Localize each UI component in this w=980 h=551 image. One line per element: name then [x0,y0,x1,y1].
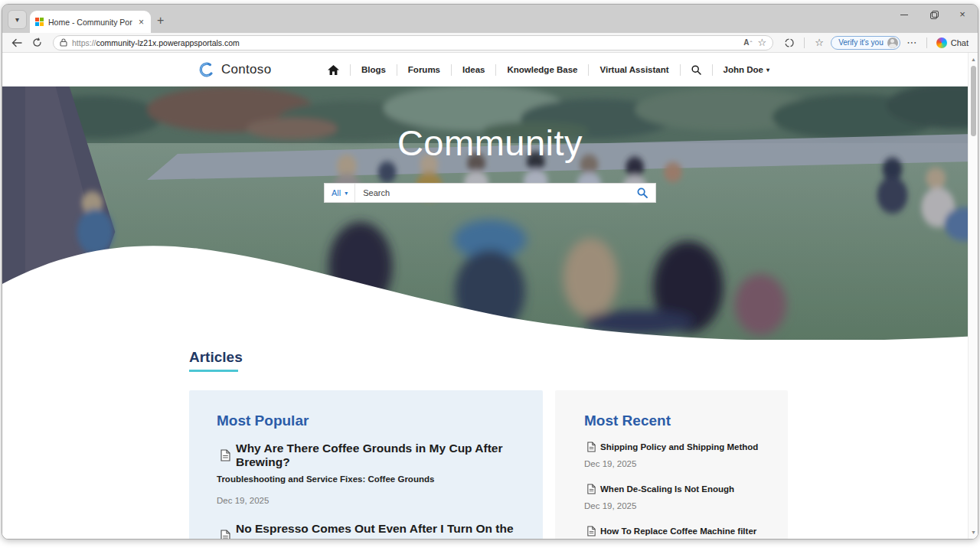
most-popular-heading: Most Popular [217,412,524,429]
read-aloud-icon: A [743,38,749,47]
nav-virtual-assistant[interactable]: Virtual Assistant [589,65,679,74]
url-scheme: https:// [72,38,96,47]
favorites-hub-button[interactable]: ☆ [811,35,828,51]
user-menu[interactable]: John Doe▾ [713,65,780,74]
read-aloud-sup: ⌃ [749,40,753,45]
star-icon: ☆ [757,37,766,48]
verify-profile-button[interactable]: Verify it's you [831,36,900,50]
article-link[interactable]: Shipping Policy and Shipping Method [584,442,773,452]
toolbar-divider-2 [926,37,927,48]
page-scrollbar[interactable]: ▲ ▼ [968,53,978,539]
article-link[interactable]: How To Replace Coffee Machine filter [584,526,773,536]
most-recent-card: Most Recent Shipping Policy and Shipping… [555,390,788,539]
tab-title: Home - Community Portal [48,18,132,27]
user-name: John Doe [724,65,763,74]
copilot-icon [936,37,947,48]
reload-icon [32,37,42,47]
article-title: Why Are There Coffee Grounds in My Cup A… [236,442,524,469]
article-subtitle: Troubleshooting and Service Fixes: Coffe… [217,474,524,484]
articles-heading-underline [189,370,238,372]
caret-down-icon: ▾ [766,67,769,73]
brand-name: Contoso [221,62,271,77]
article-link[interactable]: No Espresso Comes Out Even After I Turn … [217,522,524,539]
url-text: https://community-lz21x.powerappsportals… [72,38,739,47]
browser-essentials-button[interactable] [781,35,798,51]
window-controls: × [900,10,967,19]
article-list-item: Why Are There Coffee Grounds in My Cup A… [217,442,524,505]
home-icon [328,65,339,75]
back-button[interactable] [8,35,25,51]
window-close-button[interactable]: × [958,10,967,19]
browser-toolbar: https://community-lz21x.powerappsportals… [2,33,978,53]
more-icon: ⋯ [906,37,916,48]
article-link[interactable]: When De-Scaling Is Not Enough [584,484,773,494]
site-header: Contoso Blogs Forums Ideas Knowledge Bas… [2,53,978,86]
settings-more-button[interactable]: ⋯ [903,35,920,51]
site-menu: Blogs Forums Ideas Knowledge Base Virtua… [317,64,780,76]
article-date: Dec 19, 2025 [584,459,773,468]
chevron-down-icon: ▾ [15,15,19,24]
address-bar[interactable]: https://community-lz21x.powerappsportals… [53,35,773,51]
hero-search-bar: All ▾ [324,183,656,203]
document-icon [220,530,230,539]
article-list-item: How To Replace Coffee Machine filter [584,526,773,536]
search-filter-dropdown[interactable]: All ▾ [325,184,355,202]
article-title: No Espresso Comes Out Even After I Turn … [236,522,524,539]
search-input[interactable] [355,184,629,202]
tab-close-button[interactable]: × [137,17,145,28]
favorite-this-page-button[interactable]: ☆ [757,37,766,48]
article-link[interactable]: Why Are There Coffee Grounds in My Cup A… [217,442,524,469]
nav-search-button[interactable] [681,65,712,75]
articles-heading: Articles [189,349,978,366]
most-recent-heading: Most Recent [584,412,773,429]
contoso-logo-icon [198,61,215,78]
browser-window: ▾ Home - Community Portal × + × https: [2,4,978,540]
copilot-chat-button[interactable]: Chat [933,37,972,48]
search-icon [691,65,701,75]
back-arrow-icon [11,38,22,47]
scroll-up-arrow[interactable]: ▲ [969,54,978,64]
nav-home[interactable] [317,65,350,75]
search-filter-label: All [332,188,341,197]
caret-down-icon: ▾ [345,190,348,197]
hero-banner: Community All ▾ [2,86,978,340]
nav-knowledge-base[interactable]: Knowledge Base [496,65,588,74]
article-title: How To Replace Coffee Machine filter [600,527,756,536]
minimize-button[interactable] [900,10,909,19]
tab-strip: ▾ Home - Community Portal × + × [2,5,978,33]
read-aloud-button[interactable]: A⌃ [743,38,753,47]
new-tab-button[interactable]: + [157,15,164,27]
web-page: Contoso Blogs Forums Ideas Knowledge Bas… [2,53,978,539]
scroll-down-arrow[interactable]: ▼ [969,527,978,537]
article-title: Shipping Policy and Shipping Method [600,442,758,452]
search-submit-button[interactable] [629,184,655,202]
site-info-lock-icon[interactable] [60,38,67,47]
nav-ideas[interactable]: Ideas [452,65,495,74]
scrollbar-thumb[interactable] [971,66,976,136]
restore-button[interactable] [929,10,938,19]
document-icon [587,442,596,452]
document-icon [220,449,230,461]
tab-actions-button[interactable]: ▾ [8,10,27,29]
article-list-item: Shipping Policy and Shipping Method Dec … [584,442,773,468]
most-popular-card: Most Popular Why Are There Coffee Ground… [189,390,543,539]
search-icon [637,187,648,198]
nav-forums[interactable]: Forums [397,65,451,74]
browser-essentials-icon [784,37,795,48]
url-host: community-lz21x.powerappsportals.com [96,38,240,47]
document-icon [587,484,596,494]
article-list-item: No Espresso Comes Out Even After I Turn … [217,522,524,539]
browser-tab[interactable]: Home - Community Portal × [30,11,151,33]
contoso-logo[interactable]: Contoso [198,61,271,78]
reload-button[interactable] [28,35,45,51]
nav-blogs[interactable]: Blogs [351,65,397,74]
copilot-chat-label: Chat [951,38,969,47]
hero-title: Community [2,122,978,164]
document-icon [587,526,596,536]
article-date: Dec 19, 2025 [584,501,773,510]
article-list-item: When De-Scaling Is Not Enough Dec 19, 20… [584,484,773,510]
favorites-hub-icon: ☆ [815,37,824,48]
profile-avatar [887,37,898,48]
article-date: Dec 19, 2025 [217,496,524,505]
microsoft-favicon-icon [35,18,44,26]
